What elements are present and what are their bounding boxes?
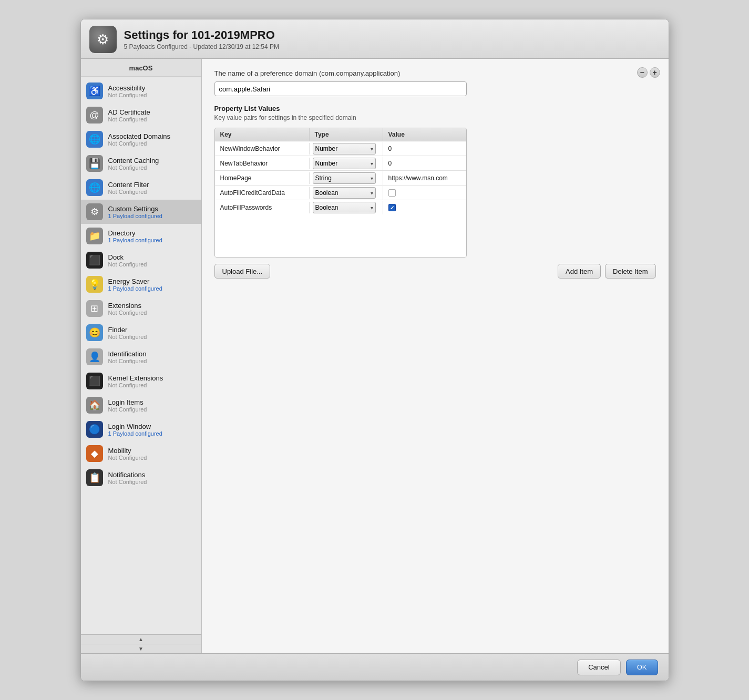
section-subtitle: Key value pairs for settings in the spec… xyxy=(214,114,656,121)
identification-icon: 👤 xyxy=(86,348,103,365)
kernel-extensions-text: Kernel ExtensionsNot Configured xyxy=(108,374,163,388)
extensions-icon: ⊞ xyxy=(86,300,103,317)
identification-text: IdentificationNot Configured xyxy=(108,350,147,364)
content-filter-label: Content Filter xyxy=(108,181,149,189)
content-caching-icon: 💾 xyxy=(86,155,103,172)
table-row[interactable]: NewWindowBehaviorNumberStringBooleanDate… xyxy=(215,141,466,156)
row-2-type-select[interactable]: NumberStringBooleanDateArrayDictionaryDa… xyxy=(313,172,376,184)
main-window: ⚙ Settings for 101-2019MPRO 5 Payloads C… xyxy=(80,19,669,681)
finder-icon: 😊 xyxy=(86,324,103,341)
login-window-icon: 🔵 xyxy=(86,421,103,438)
row-1-type-select[interactable]: NumberStringBooleanDateArrayDictionaryDa… xyxy=(313,158,376,169)
mobility-label: Mobility xyxy=(108,447,147,455)
footer: Cancel OK xyxy=(81,653,669,681)
row-4-key: AutoFillPasswords xyxy=(215,202,310,213)
login-items-icon: 🏠 xyxy=(86,397,103,414)
cancel-button[interactable]: Cancel xyxy=(577,660,620,675)
sidebar-item-custom-settings[interactable]: ⚙Custom Settings1 Payload configured xyxy=(81,200,201,224)
associated-domains-status: Not Configured xyxy=(108,140,171,147)
row-4-value xyxy=(383,202,466,213)
scroll-up-button[interactable]: ▲ xyxy=(81,634,201,644)
sidebar-item-mobility[interactable]: ◆MobilityNot Configured xyxy=(81,441,201,466)
kernel-extensions-status: Not Configured xyxy=(108,382,163,388)
sidebar-item-energy-saver[interactable]: 💡Energy Saver1 Payload configured xyxy=(81,272,201,296)
row-4-type-select[interactable]: NumberStringBooleanDateArrayDictionaryDa… xyxy=(313,202,376,213)
table-row[interactable]: AutoFillCreditCardDataNumberStringBoolea… xyxy=(215,186,466,200)
identification-status: Not Configured xyxy=(108,358,147,364)
scroll-down-button[interactable]: ▼ xyxy=(81,644,201,653)
empty-table-area xyxy=(215,215,466,257)
login-window-status: 1 Payload configured xyxy=(108,430,162,437)
sidebar-item-dock[interactable]: ⬛DockNot Configured xyxy=(81,248,201,272)
table-row[interactable]: AutoFillPasswordsNumberStringBooleanDate… xyxy=(215,200,466,215)
sidebar-item-content-filter[interactable]: 🌐Content FilterNot Configured xyxy=(81,176,201,200)
row-4-type: NumberStringBooleanDateArrayDictionaryDa… xyxy=(310,201,383,214)
row-0-key: NewWindowBehavior xyxy=(215,143,310,155)
associated-domains-label: Associated Domains xyxy=(108,132,171,140)
accessibility-icon: ♿ xyxy=(86,83,103,99)
sidebar-item-content-caching[interactable]: 💾Content CachingNot Configured xyxy=(81,151,201,176)
energy-saver-label: Energy Saver xyxy=(108,277,162,285)
row-3-type-select[interactable]: NumberStringBooleanDateArrayDictionaryDa… xyxy=(313,187,376,199)
row-3-key: AutoFillCreditCardData xyxy=(215,187,310,199)
notifications-icon: 📋 xyxy=(86,469,103,486)
th-key: Key xyxy=(215,128,310,141)
identification-label: Identification xyxy=(108,350,147,358)
login-items-label: Login Items xyxy=(108,398,147,406)
directory-status: 1 Payload configured xyxy=(108,237,162,243)
content-caching-text: Content CachingNot Configured xyxy=(108,157,159,171)
title-bar: ⚙ Settings for 101-2019MPRO 5 Payloads C… xyxy=(81,19,669,59)
domain-input[interactable] xyxy=(214,81,467,96)
custom-settings-text: Custom Settings1 Payload configured xyxy=(108,205,162,219)
window-title: Settings for 101-2019MPRO xyxy=(124,28,280,42)
sidebar-item-accessibility[interactable]: ♿AccessibilityNot Configured xyxy=(81,79,201,103)
sidebar-item-associated-domains[interactable]: 🌐Associated DomainsNot Configured xyxy=(81,127,201,151)
row-4-checkbox[interactable] xyxy=(388,204,396,211)
sidebar-item-ad-certificate[interactable]: @AD CertificateNot Configured xyxy=(81,103,201,127)
finder-label: Finder xyxy=(108,326,147,334)
sidebar-item-kernel-extensions[interactable]: ⬛Kernel ExtensionsNot Configured xyxy=(81,369,201,393)
plus-button[interactable]: + xyxy=(650,67,660,78)
sidebar-item-login-items[interactable]: 🏠Login ItemsNot Configured xyxy=(81,393,201,417)
mobility-status: Not Configured xyxy=(108,455,147,461)
notifications-label: Notifications xyxy=(108,471,147,479)
content-area: − + The name of a preference domain (com… xyxy=(202,59,669,653)
finder-status: Not Configured xyxy=(108,334,147,340)
kernel-extensions-icon: ⬛ xyxy=(86,373,103,389)
sidebar-item-finder[interactable]: 😊FinderNot Configured xyxy=(81,321,201,345)
sidebar-item-notifications[interactable]: 📋NotificationsNot Configured xyxy=(81,466,201,490)
row-3-type: NumberStringBooleanDateArrayDictionaryDa… xyxy=(310,186,383,200)
login-items-text: Login ItemsNot Configured xyxy=(108,398,147,413)
main-content: − + The name of a preference domain (com… xyxy=(202,59,669,653)
directory-label: Directory xyxy=(108,229,162,237)
ad-certificate-status: Not Configured xyxy=(108,116,150,122)
sidebar-item-extensions[interactable]: ⊞ExtensionsNot Configured xyxy=(81,296,201,321)
row-3-checkbox[interactable] xyxy=(388,189,396,197)
extensions-status: Not Configured xyxy=(108,310,147,316)
minus-button[interactable]: − xyxy=(637,67,648,78)
content-filter-icon: 🌐 xyxy=(86,179,103,196)
login-window-text: Login Window1 Payload configured xyxy=(108,423,162,437)
table-row[interactable]: NewTabBehaviorNumberStringBooleanDateArr… xyxy=(215,156,466,171)
minus-plus-controls: − + xyxy=(637,67,660,78)
add-item-button[interactable]: Add Item xyxy=(558,264,601,279)
delete-item-button[interactable]: Delete Item xyxy=(605,264,655,279)
finder-text: FinderNot Configured xyxy=(108,326,147,340)
sidebar-item-identification[interactable]: 👤IdentificationNot Configured xyxy=(81,345,201,369)
row-1-value: 0 xyxy=(383,158,466,169)
sidebar-item-directory[interactable]: 📁Directory1 Payload configured xyxy=(81,224,201,248)
table-row[interactable]: HomePageNumberStringBooleanDateArrayDict… xyxy=(215,171,466,186)
row-0-type: NumberStringBooleanDateArrayDictionaryDa… xyxy=(310,142,383,156)
sidebar-header: macOS xyxy=(81,59,201,77)
extensions-text: ExtensionsNot Configured xyxy=(108,302,147,316)
app-icon: ⚙ xyxy=(89,26,117,53)
ad-certificate-text: AD CertificateNot Configured xyxy=(108,108,150,122)
ok-button[interactable]: OK xyxy=(626,660,658,675)
row-2-type: NumberStringBooleanDateArrayDictionaryDa… xyxy=(310,171,383,185)
row-2-value: https://www.msn.com xyxy=(383,172,466,184)
title-bar-text: Settings for 101-2019MPRO 5 Payloads Con… xyxy=(124,28,280,50)
ad-certificate-label: AD Certificate xyxy=(108,108,150,116)
upload-file-button[interactable]: Upload File... xyxy=(214,264,271,279)
sidebar-item-login-window[interactable]: 🔵Login Window1 Payload configured xyxy=(81,417,201,441)
row-0-type-select[interactable]: NumberStringBooleanDateArrayDictionaryDa… xyxy=(313,143,376,155)
